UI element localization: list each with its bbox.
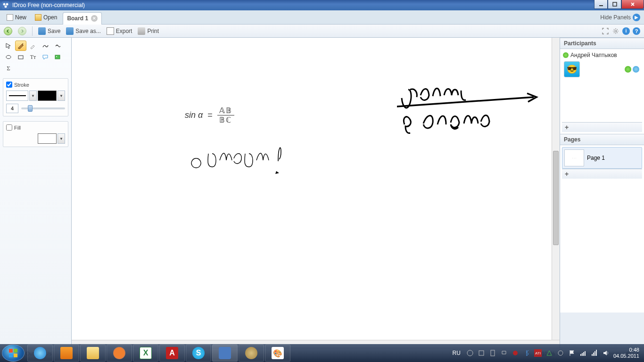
call-icon[interactable] — [625, 66, 631, 73]
taskbar-item-explorer[interactable] — [80, 345, 106, 362]
nav-back-button[interactable] — [4, 27, 12, 35]
taskbar-item-idroo[interactable] — [212, 345, 238, 362]
taskbar-item-paint[interactable]: 🎨 — [265, 345, 290, 362]
dropdown-arrow-icon[interactable]: ▼ — [58, 133, 65, 144]
svg-rect-8 — [18, 56, 23, 59]
board-tab[interactable]: Board 1 ✕ — [63, 12, 102, 25]
add-page-button[interactable]: + — [562, 169, 642, 179]
settings-icon[interactable] — [612, 27, 619, 35]
export-icon — [107, 27, 114, 35]
stroke-size-slider[interactable] — [21, 107, 65, 109]
fill-color-swatch[interactable] — [38, 133, 57, 144]
maximize-button[interactable] — [608, 0, 621, 9]
line-tool[interactable] — [40, 41, 51, 51]
add-participant-button[interactable]: + — [562, 122, 642, 132]
tray-icon[interactable] — [557, 349, 564, 357]
tray-icon[interactable] — [478, 349, 485, 357]
tray-icon[interactable] — [512, 349, 519, 357]
right-panels: Participants Андрей Чаптыков 😎 + Page — [560, 38, 644, 348]
svg-rect-12 — [14, 349, 17, 353]
svg-rect-22 — [583, 352, 584, 356]
stroke-color-swatch[interactable] — [38, 90, 57, 101]
handwriting-note — [397, 72, 548, 138]
taskbar-item-ie[interactable] — [27, 345, 53, 362]
tray-icon[interactable] — [489, 349, 496, 357]
taskbar-item-skype[interactable]: S — [186, 345, 211, 362]
tray-icon[interactable]: ATI — [534, 349, 542, 357]
svg-rect-20 — [580, 354, 581, 356]
tab-close-icon[interactable]: ✕ — [91, 15, 98, 22]
stroke-style-dropdown[interactable] — [6, 90, 28, 101]
rect-tool[interactable] — [15, 52, 26, 62]
svg-point-1 — [6, 3, 8, 6]
tray-icon[interactable] — [466, 349, 474, 357]
chat-icon[interactable] — [633, 66, 639, 73]
vertical-scrollbar[interactable] — [552, 38, 560, 340]
speech-tool[interactable] — [40, 52, 51, 62]
tray-icon[interactable] — [500, 349, 508, 357]
ellipse-tool[interactable] — [3, 52, 14, 62]
participant-avatar-row: 😎 — [562, 59, 642, 79]
image-tool[interactable] — [52, 52, 63, 62]
language-indicator[interactable]: RU — [453, 350, 461, 356]
avatar[interactable]: 😎 — [564, 61, 580, 77]
taskbar-item-acrobat[interactable]: A — [159, 345, 185, 362]
text-tool[interactable]: Tт — [27, 52, 39, 62]
svg-rect-14 — [14, 354, 17, 357]
formula-object[interactable]: sin α = 𝔸𝔹 𝔹ℂ — [185, 106, 234, 124]
stroke-checkbox[interactable] — [6, 82, 12, 88]
select-tool[interactable] — [3, 41, 14, 51]
window-title: IDroo Free (non-commercial) — [12, 2, 85, 8]
svg-point-6 — [57, 45, 58, 46]
close-button[interactable] — [621, 0, 644, 9]
svg-point-18 — [513, 351, 518, 355]
taskbar: X A S 🎨 RU ATI 0:48 04.05.2011 — [0, 344, 644, 362]
pen-tool[interactable] — [15, 41, 26, 51]
taskbar-item-excel[interactable]: X — [133, 345, 158, 362]
participant-row[interactable]: Андрей Чаптыков — [562, 51, 642, 59]
page-item[interactable]: · · · Page 1 — [562, 147, 642, 169]
new-board-button[interactable]: New — [4, 13, 29, 22]
dropdown-arrow-icon[interactable]: ▼ — [58, 90, 65, 101]
help-icon[interactable]: ? — [633, 27, 640, 35]
tray-icon[interactable] — [545, 349, 553, 357]
dropdown-arrow-icon[interactable]: ▼ — [29, 90, 37, 101]
flag-icon[interactable] — [568, 349, 576, 357]
freehand-tool[interactable] — [52, 41, 63, 51]
svg-point-10 — [56, 56, 57, 57]
info-icon[interactable]: i — [622, 27, 630, 35]
svg-rect-17 — [491, 350, 495, 356]
network-icon[interactable] — [579, 349, 587, 357]
print-button[interactable]: Print — [138, 27, 159, 35]
bluetooth-icon[interactable] — [523, 349, 530, 357]
minimize-button[interactable] — [594, 0, 608, 9]
svg-rect-13 — [9, 354, 13, 357]
fill-checkbox[interactable] — [6, 124, 12, 131]
volume-icon[interactable] — [602, 349, 610, 357]
svg-rect-16 — [479, 351, 484, 355]
status-online-icon — [563, 52, 569, 58]
page-thumbnail: · · · — [564, 149, 584, 166]
fullscreen-icon[interactable] — [602, 27, 609, 35]
highlighter-tool[interactable] — [27, 41, 39, 51]
taskbar-item-firefox[interactable] — [107, 345, 132, 362]
tabstrip: New Open Board 1 ✕ Hide Panels ▶ — [0, 10, 644, 25]
signal-icon[interactable] — [591, 349, 598, 357]
nav-forward-button[interactable] — [18, 27, 26, 35]
hide-panels-button[interactable]: Hide Panels ▶ — [600, 14, 640, 21]
save-button[interactable]: Save — [38, 27, 60, 35]
tab-label: Board 1 — [67, 15, 88, 22]
canvas[interactable]: sin α = 𝔸𝔹 𝔹ℂ — [72, 38, 560, 348]
stroke-section: Stroke ▼ ▼ — [3, 78, 68, 116]
saveas-button[interactable]: Save as... — [66, 27, 100, 35]
taskbar-item-app1[interactable] — [239, 345, 264, 362]
stroke-size-input[interactable] — [6, 104, 18, 113]
participants-header: Participants — [560, 38, 644, 49]
taskbar-item-wmp[interactable] — [54, 345, 79, 362]
export-button[interactable]: Export — [107, 27, 132, 35]
clock[interactable]: 0:48 04.05.2011 — [613, 347, 639, 359]
svg-point-19 — [558, 351, 563, 355]
formula-tool[interactable]: Σ — [3, 63, 14, 74]
start-button[interactable] — [2, 345, 25, 362]
open-board-button[interactable]: Open — [32, 13, 60, 22]
